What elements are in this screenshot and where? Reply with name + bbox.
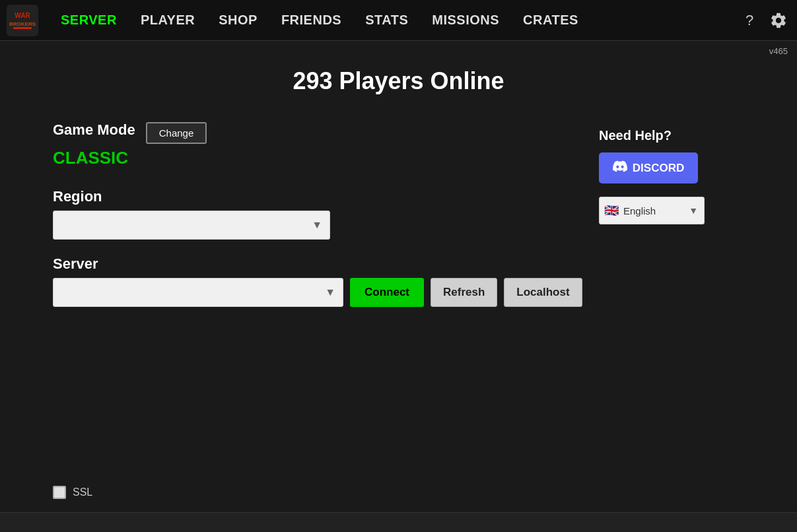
refresh-button[interactable]: Refresh [431,278,497,307]
game-mode-row: Game Mode Change [53,121,449,144]
game-mode-section: Game Mode Change CLASSIC [53,121,449,168]
nav-item-friends[interactable]: FRIENDS [269,0,353,41]
ssl-checkbox[interactable] [53,486,66,499]
game-mode-value: CLASSIC [53,148,449,168]
nav-item-missions[interactable]: MISSIONS [420,0,511,41]
nav-item-stats[interactable]: STATS [353,0,420,41]
language-select-wrapper: 🇬🇧 English Français Español Deutsch 日本語 … [599,197,705,224]
right-column: Need Help? DISCORD 🇬🇧 English Français E… [599,121,744,307]
nav-item-shop[interactable]: SHOP [207,0,269,41]
server-select-wrapper: Server 1 Server 2 ▼ [53,278,343,307]
content-columns: Game Mode Change CLASSIC Region US East … [53,121,744,307]
help-icon[interactable]: ? [738,9,761,32]
discord-icon [613,159,627,177]
svg-rect-3 [13,27,32,29]
nav-item-player[interactable]: PLAYER [129,0,207,41]
nav-item-crates[interactable]: CRATES [511,0,590,41]
language-select[interactable]: English Français Español Deutsch 日本語 中文 [599,197,705,224]
change-button[interactable]: Change [146,122,207,144]
discord-button-label: DISCORD [633,162,684,175]
need-help-label: Need Help? [599,128,744,143]
version-label: v465 [769,46,788,56]
svg-text:WAR: WAR [15,12,30,19]
game-mode-label: Game Mode [53,121,135,139]
settings-icon[interactable] [767,9,790,32]
region-section: Region US East US West Europe Asia ▼ [53,188,449,240]
server-select[interactable]: Server 1 Server 2 [53,278,343,307]
svg-rect-0 [7,5,38,36]
main-content: 293 Players Online Game Mode Change CLAS… [0,41,797,307]
ssl-section: SSL [53,486,92,499]
app-logo: WAR BROKERS [7,5,38,36]
connect-button[interactable]: Connect [350,278,424,307]
ssl-label: SSL [73,486,92,498]
server-section: Server Server 1 Server 2 ▼ Connect Refre… [53,255,449,307]
server-row: Server 1 Server 2 ▼ Connect Refresh Loca… [53,278,449,307]
region-select-wrapper: US East US West Europe Asia ▼ [53,211,330,240]
navbar: WAR BROKERS SERVER PLAYER SHOP FRIENDS S… [0,0,797,41]
region-label: Region [53,188,449,205]
nav-item-server[interactable]: SERVER [49,0,129,41]
server-label: Server [53,255,449,273]
discord-button[interactable]: DISCORD [599,152,698,183]
svg-text:BROKERS: BROKERS [9,21,36,27]
region-select[interactable]: US East US West Europe Asia [53,211,330,240]
localhost-button[interactable]: Localhost [504,278,582,307]
players-online-title: 293 Players Online [53,67,744,95]
left-column: Game Mode Change CLASSIC Region US East … [53,121,449,307]
bottom-bar [0,512,797,532]
